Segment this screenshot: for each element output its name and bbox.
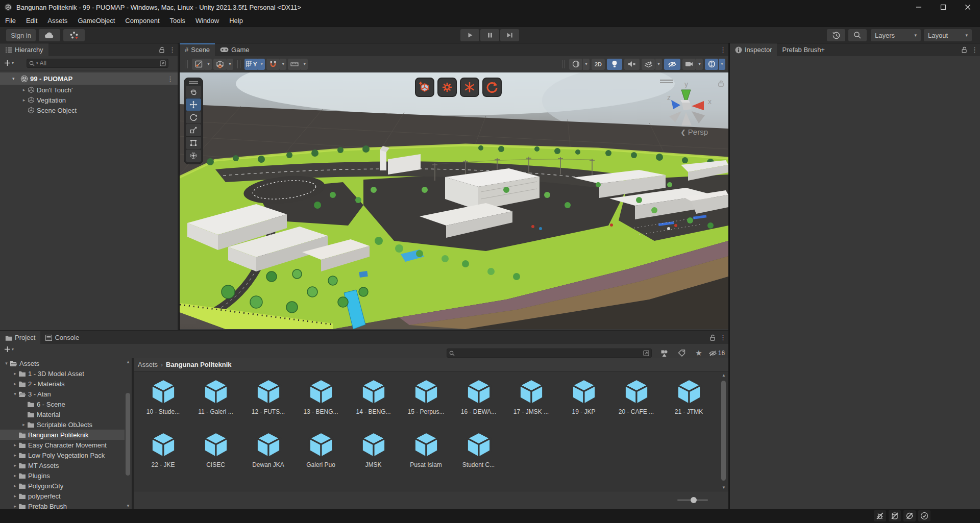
prefab-scatter-button[interactable] <box>460 78 479 97</box>
prefab-add-button[interactable] <box>415 78 434 97</box>
tab-inspector[interactable]: Inspector <box>730 43 777 56</box>
project-tree-item[interactable]: ▸PolygonCity <box>0 481 125 491</box>
draw-mode-button[interactable] <box>569 59 582 70</box>
asset-item[interactable]: 22 - JKE <box>137 430 189 483</box>
expand-triangle-icon[interactable]: ▸ <box>12 453 18 458</box>
expand-triangle-icon[interactable]: ▸ <box>12 504 18 509</box>
chevron-down-icon[interactable]: ▾ <box>258 59 265 70</box>
scene-menu-icon[interactable]: ⋮ <box>167 75 174 83</box>
menu-gameobject[interactable]: GameObject <box>72 15 120 27</box>
tab-scene[interactable]: # Scene <box>180 43 215 56</box>
project-tree-item[interactable]: ▾3 - Atan <box>0 389 125 399</box>
asset-item[interactable]: CISEC <box>189 430 242 483</box>
snap-button[interactable] <box>266 59 280 70</box>
view-hand-tool-button[interactable] <box>186 86 201 98</box>
asset-item[interactable]: 17 - JMSK ... <box>505 377 557 430</box>
chevron-down-icon[interactable]: ▾ <box>227 59 233 70</box>
scroll-down-icon[interactable]: ▼ <box>720 485 727 491</box>
asset-item[interactable]: 20 - CAFE ... <box>610 377 663 430</box>
search-button[interactable] <box>848 29 867 41</box>
asset-item[interactable]: 11 - Galeri ... <box>189 377 242 430</box>
scale-tool-button[interactable] <box>186 124 201 136</box>
play-button[interactable] <box>460 29 479 41</box>
menu-edit[interactable]: Edit <box>21 15 42 27</box>
menu-help[interactable]: Help <box>224 15 248 27</box>
lock-icon[interactable] <box>709 334 716 341</box>
projection-label[interactable]: ❮Persp <box>680 128 708 136</box>
project-tree-item[interactable]: ▸polyperfect <box>0 491 125 501</box>
favorites-button[interactable]: ★ <box>691 348 706 358</box>
project-tree-item[interactable]: ▸Plugins <box>0 470 125 481</box>
network-status-button[interactable] <box>903 510 916 521</box>
breadcrumb-root[interactable]: Assets <box>138 361 158 368</box>
project-tree-item[interactable]: ▸1 - 3D Model Asset <box>0 368 125 379</box>
chevron-down-icon[interactable]: ▾ <box>719 59 725 70</box>
asset-item[interactable]: Dewan JKA <box>242 430 295 483</box>
sign-in-button[interactable]: Sign in <box>6 29 36 41</box>
scene-panel-menu-icon[interactable]: ⋮ <box>720 46 726 54</box>
scene-visibility-button[interactable] <box>664 59 680 70</box>
scroll-up-icon[interactable]: ▲ <box>125 359 132 365</box>
project-tree-item[interactable]: Material <box>0 409 125 419</box>
gizmo-drag-handle[interactable] <box>660 80 673 83</box>
expand-triangle-icon[interactable]: ▾ <box>3 361 10 366</box>
expand-triangle-icon[interactable]: ▸ <box>20 87 28 92</box>
tab-hierarchy[interactable]: Hierarchy <box>0 43 48 56</box>
expand-triangle-icon[interactable]: ▸ <box>12 381 18 386</box>
hierarchy-item[interactable]: ▸Don't Touch' <box>0 85 178 95</box>
project-tree-item[interactable]: 6 - Scene <box>0 399 125 409</box>
asset-item[interactable]: 16 - DEWA... <box>452 377 505 430</box>
toolbar-drag-handle[interactable] <box>562 60 565 68</box>
prefab-refresh-button[interactable] <box>482 78 502 97</box>
expand-triangle-icon[interactable]: ▸ <box>12 493 18 499</box>
pick-window-icon[interactable] <box>160 60 166 66</box>
close-button[interactable] <box>955 0 980 14</box>
chevron-down-icon[interactable]: ▾ <box>655 59 662 70</box>
menu-assets[interactable]: Assets <box>42 15 72 27</box>
rect-tool-button[interactable] <box>186 137 201 149</box>
version-control-button[interactable] <box>63 29 85 41</box>
hierarchy-item[interactable]: ▸Vegitation <box>0 95 178 105</box>
tool-settings-button[interactable] <box>192 59 205 70</box>
rotate-tool-button[interactable] <box>186 111 201 123</box>
hierarchy-menu-icon[interactable]: ⋮ <box>169 46 176 54</box>
project-search-input[interactable] <box>456 350 642 357</box>
chevron-down-icon[interactable]: ▾ <box>301 59 308 70</box>
pivot-mode-button[interactable] <box>213 59 227 70</box>
menu-component[interactable]: Component <box>120 15 164 27</box>
toolbar-drag-handle[interactable] <box>185 60 188 68</box>
hierarchy-item[interactable]: Scene Object <box>0 105 178 115</box>
asset-item[interactable]: 21 - JTMK <box>663 377 715 430</box>
breadcrumb-current[interactable]: Bangunan Politeknik <box>166 361 232 368</box>
overlay-drag-handle[interactable] <box>186 80 201 84</box>
scroll-up-icon[interactable]: ▲ <box>720 372 727 379</box>
undo-history-button[interactable] <box>827 29 845 41</box>
chevron-down-icon[interactable]: ▾ <box>583 59 590 70</box>
asset-item[interactable]: Pusat Islam <box>400 430 452 483</box>
project-tree-item[interactable]: Bangunan Politeknik <box>0 430 125 440</box>
hierarchy-search-field[interactable]: ▾ <box>27 59 168 68</box>
increment-snap-button[interactable] <box>288 59 301 70</box>
lock-icon[interactable] <box>159 46 165 53</box>
asset-item[interactable]: 12 - FUTS... <box>242 377 295 430</box>
pause-button[interactable] <box>480 29 499 41</box>
expand-triangle-icon[interactable]: ▸ <box>20 97 28 103</box>
hierarchy-search-input[interactable] <box>40 60 158 67</box>
tree-scrollbar[interactable]: ▲ ▼ <box>125 358 132 510</box>
tab-game[interactable]: Game <box>215 43 254 56</box>
project-tree-item[interactable]: ▸MT Assets <box>0 460 125 470</box>
project-tree-item[interactable]: ▸Scriptable ObJects <box>0 419 125 430</box>
search-filter-caret-icon[interactable]: ▾ <box>36 61 38 65</box>
chevron-down-icon[interactable]: ▾ <box>280 59 286 70</box>
step-button[interactable] <box>500 29 519 41</box>
2d-mode-button[interactable]: 2D <box>592 59 605 70</box>
move-tool-button[interactable] <box>186 98 201 111</box>
gizmo-lock-icon[interactable] <box>718 80 724 87</box>
audio-mute-button[interactable] <box>624 59 640 70</box>
scene-root-row[interactable]: ▾ 99 - PUOMAP ⋮ <box>0 72 178 85</box>
asset-item[interactable]: 19 - JKP <box>557 377 610 430</box>
expand-triangle-icon[interactable]: ▾ <box>12 76 20 81</box>
maximize-button[interactable] <box>931 0 955 14</box>
project-tree-item[interactable]: ▸Low Poly Vegetation Pack <box>0 450 125 460</box>
cloud-services-button[interactable] <box>39 29 60 41</box>
